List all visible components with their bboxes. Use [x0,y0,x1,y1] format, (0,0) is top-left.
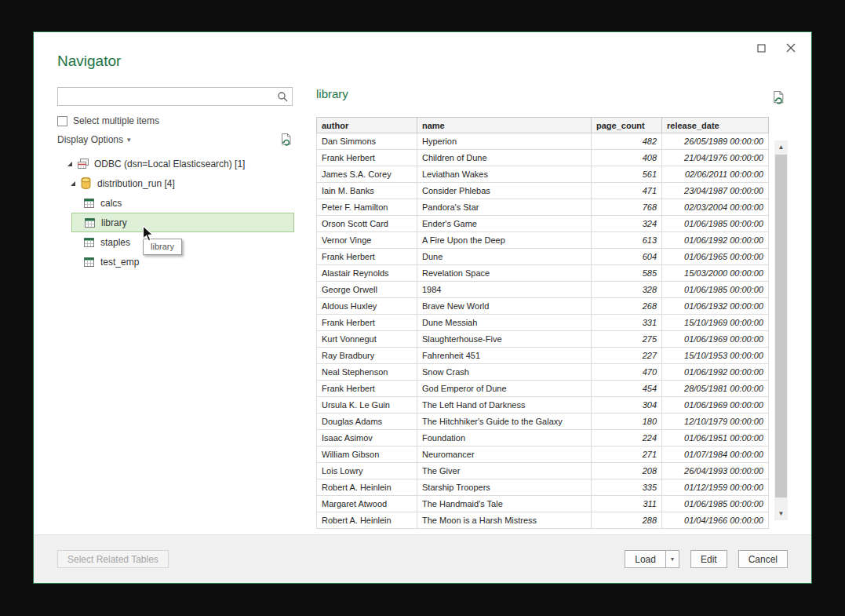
tree-item-label: test_emp [100,257,139,268]
edit-button[interactable]: Edit [690,550,727,568]
dialog-footer: Select Related Tables Load ▾ Edit Cancel [34,534,811,583]
table-cell: Brave New World [417,298,592,315]
expand-toggle-icon[interactable] [70,180,78,187]
table-cell: 180 [592,414,662,430]
table-cell: The Giver [417,463,592,479]
table-cell: 561 [592,166,662,183]
preview-scrollbar[interactable]: ▲ ▼ [774,140,788,520]
table-cell: James S.A. Corey [317,166,417,183]
table-cell: The Handmaid's Tale [417,496,592,512]
table-cell: 311 [592,496,662,512]
table-row: Robert A. HeinleinThe Moon is a Harsh Mi… [317,512,769,529]
navigator-dialog: Navigator Select multiple items Display … [33,31,812,584]
tree-item-odbc-dsn-local-elasticsearch-1[interactable]: ODBC (dsn=Local Elasticsearch) [1] [57,154,294,173]
table-cell: 26/05/1989 00:00:00 [662,133,769,150]
table-cell: Dune [417,249,592,265]
tree-item-distribution-run-4[interactable]: distribution_run [4] [57,173,294,193]
table-icon [85,218,97,228]
table-row: Frank HerbertChildren of Dune40821/04/19… [317,150,769,166]
table-cell: Snow Crash [417,364,592,381]
table-cell: 471 [592,183,662,199]
table-cell: Ender's Game [417,216,592,232]
select-multiple-label: Select multiple items [73,115,159,126]
table-cell: 02/03/2004 00:00:00 [662,199,769,216]
table-row: Frank HerbertGod Emperor of Dune45428/05… [317,381,769,397]
table-row: George Orwell198432801/06/1985 00:00:00 [317,282,769,298]
tree-item-test-emp[interactable]: test_emp [71,252,294,272]
table-cell: Kurt Vonnegut [317,331,417,348]
table-cell: 23/04/1987 00:00:00 [662,183,769,199]
table-cell: Aldous Huxley [317,298,417,315]
tree-item-library[interactable]: library [71,213,294,232]
table-cell: 208 [592,463,662,479]
table-cell: 454 [592,381,662,397]
load-split-button: Load ▾ [625,550,679,568]
odbc-source-icon [78,159,89,169]
footer-actions: Load ▾ Edit Cancel [625,550,788,568]
table-row: Orson Scott CardEnder's Game32401/06/198… [317,216,769,232]
search-input[interactable] [58,89,273,104]
table-cell: Vernor Vinge [317,232,417,249]
table-row: Iain M. BanksConsider Phlebas47123/04/19… [317,183,769,199]
tree-item-calcs[interactable]: calcs [71,193,294,213]
scrollbar-track[interactable] [774,154,788,507]
scroll-up-button[interactable]: ▲ [774,140,788,154]
search-icon[interactable] [273,91,292,102]
table-cell: 613 [592,232,662,249]
load-button[interactable]: Load [625,550,665,568]
table-cell: Dune Messiah [417,315,592,331]
table-cell: 01/06/1951 00:00:00 [662,430,769,447]
table-cell: 15/03/2000 00:00:00 [662,265,769,282]
table-row: Margaret AtwoodThe Handmaid's Tale31101/… [317,496,769,512]
page-title: Navigator [57,53,121,70]
table-cell: 288 [592,512,662,529]
table-cell: 470 [592,364,662,381]
table-icon [84,238,96,247]
table-cell: Children of Dune [417,150,592,166]
table-cell: 26/04/1993 00:00:00 [662,463,769,479]
table-row: Peter F. HamiltonPandora's Star76802/03/… [317,199,769,216]
table-cell: Revelation Space [417,265,592,282]
display-options-dropdown[interactable]: Display Options ▾ [57,134,131,145]
table-icon [84,257,96,267]
table-cell: 01/07/1984 00:00:00 [662,447,769,463]
table-cell: Frank Herbert [317,381,417,397]
table-header-row: authornamepage_countrelease_date [317,118,769,133]
preview-table: authornamepage_countrelease_dateDan Simm… [316,117,769,529]
table-cell: 227 [592,348,662,364]
scrollbar-thumb[interactable] [775,155,787,498]
display-options-row: Display Options ▾ [57,133,293,147]
table-cell: Neuromancer [417,447,592,463]
tree-item-label: ODBC (dsn=Local Elasticsearch) [1] [94,159,245,169]
table-row: Isaac AsimovFoundation22401/06/1951 00:0… [317,430,769,447]
close-button[interactable] [780,38,802,57]
table-row: Aldous HuxleyBrave New World26801/06/193… [317,298,769,315]
database-icon [81,177,93,189]
table-cell: 328 [592,282,662,298]
select-multiple-checkbox[interactable] [57,116,67,126]
refresh-preview-icon[interactable] [772,90,785,108]
table-cell: 12/10/1979 00:00:00 [662,414,769,430]
table-cell: 15/10/1969 00:00:00 [662,315,769,331]
load-dropdown-button[interactable]: ▾ [665,550,679,568]
table-cell: 01/06/1992 00:00:00 [662,364,769,381]
column-header-page-count: page_count [592,118,662,133]
table-cell: 01/04/1966 00:00:00 [662,512,769,529]
expand-toggle-icon[interactable] [67,161,75,167]
table-cell: 01/06/1932 00:00:00 [662,298,769,315]
table-cell: Ursula K. Le Guin [317,397,417,414]
tree-item-staples[interactable]: staples [71,232,294,252]
table-row: Neal StephensonSnow Crash47001/06/1992 0… [317,364,769,381]
table-row: James S.A. CoreyLeviathan Wakes56102/06/… [317,166,769,183]
tooltip: library [143,239,182,255]
table-row: Douglas AdamsThe Hitchhiker's Guide to t… [317,414,769,430]
cancel-button[interactable]: Cancel [738,550,788,568]
refresh-icon[interactable] [280,133,293,147]
table-cell: Frank Herbert [317,249,417,265]
scroll-down-button[interactable]: ▼ [774,507,788,520]
column-header-name: name [417,118,592,133]
maximize-button[interactable] [750,38,772,57]
select-related-tables-button[interactable]: Select Related Tables [57,550,169,568]
display-options-label: Display Options [57,134,123,145]
column-header-release-date: release_date [662,118,769,133]
